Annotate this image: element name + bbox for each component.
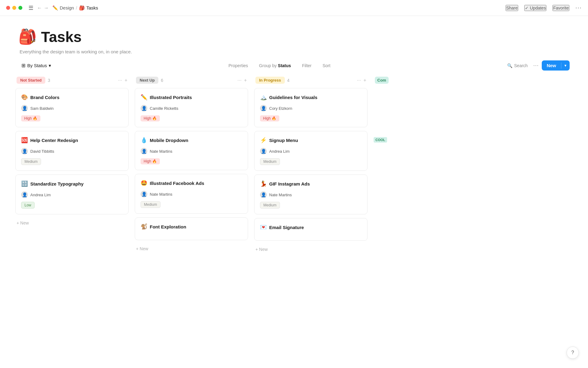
add-new-row[interactable]: + New: [135, 244, 248, 254]
search-button[interactable]: 🔍 Search: [505, 61, 530, 70]
toolbar-center: Properties Group by Status Filter Sort: [60, 61, 499, 70]
breadcrumb-tasks[interactable]: 🎒 Tasks: [79, 5, 98, 11]
task-card[interactable]: 💌 Email Signature: [254, 218, 368, 241]
column-more-button[interactable]: ···: [118, 78, 122, 83]
back-arrow-icon[interactable]: ←: [37, 5, 42, 11]
column-badge: In Progress: [255, 77, 285, 84]
more-options-icon[interactable]: ···: [575, 5, 582, 11]
card-icon: 🐒: [141, 223, 147, 230]
maximize-button[interactable]: [18, 6, 22, 10]
search-label: Search: [514, 63, 528, 68]
add-new-row[interactable]: + New: [15, 218, 129, 228]
titlebar-left: ☰ ← → ✏️ Design / 🎒 Tasks: [6, 5, 98, 11]
updates-label: Updates: [530, 6, 546, 10]
filter-button[interactable]: Filter: [300, 61, 314, 70]
card-title-text: Brand Colors: [30, 95, 59, 100]
new-button-dropdown[interactable]: ▾: [561, 61, 570, 70]
add-new-row[interactable]: + New: [254, 244, 368, 254]
updates-button[interactable]: ✓ Updates: [524, 5, 546, 11]
column-add-button[interactable]: +: [125, 78, 127, 83]
column-add-button[interactable]: +: [364, 78, 366, 83]
breadcrumb-tasks-label: Tasks: [86, 5, 98, 10]
task-card[interactable]: 🏔️ Guidelines for Visuals 👤 Cory Etzkorn…: [254, 88, 368, 127]
traffic-lights: [6, 6, 22, 10]
task-card[interactable]: 🆘 Help Center Redesign 👤 David Tibbitts …: [15, 131, 129, 171]
priority-badge: Medium: [141, 201, 160, 208]
chevron-down-icon: ▾: [49, 63, 51, 68]
group-by-prefix: Group by: [259, 63, 278, 68]
share-label: Share: [506, 6, 518, 10]
add-new-label: + New: [17, 220, 29, 225]
titlebar: ☰ ← → ✏️ Design / 🎒 Tasks Share ✓ Update…: [0, 0, 588, 16]
card-title-text: Help Center Redesign: [30, 138, 78, 143]
task-card[interactable]: 💧 Mobile Dropdown 👤 Nate Martins High 🔥: [135, 131, 248, 170]
task-card[interactable]: ✏️ Illustrated Portraits 👤 Camille Ricke…: [135, 88, 248, 127]
task-card[interactable]: 🤩 Illustrated Facebook Ads 👤 Nate Martin…: [135, 174, 248, 214]
avatar: 👤: [21, 148, 28, 155]
card-title: 🤩 Illustrated Facebook Ads: [141, 180, 242, 186]
task-card[interactable]: 🐒 Font Exploration: [135, 217, 248, 240]
priority-badge: High 🔥: [260, 115, 279, 121]
card-title-text: Signup Menu: [269, 138, 298, 143]
priority-badge: Medium: [21, 158, 41, 165]
close-button[interactable]: [6, 6, 10, 10]
card-assignee: 👤 Nate Martins: [260, 191, 362, 198]
assignee-name: Nate Martins: [150, 192, 172, 197]
share-button[interactable]: Share: [506, 5, 518, 11]
avatar: 👤: [260, 105, 267, 112]
priority-badge: Medium: [260, 158, 280, 165]
column-count: 3: [48, 78, 50, 83]
card-icon: 🎨: [21, 94, 28, 101]
column-actions: ··· +: [357, 78, 366, 83]
task-card[interactable]: 🔡 Standardize Typography 👤 Andrea Lim Lo…: [15, 174, 129, 214]
card-title-text: GIF Instagram Ads: [269, 181, 310, 186]
column-next-up: Next Up 6 ··· + ✏️ Illustrated Portraits…: [135, 77, 248, 254]
avatar: 👤: [141, 148, 147, 155]
menu-icon[interactable]: ☰: [28, 5, 33, 11]
breadcrumb-design[interactable]: ✏️ Design: [52, 5, 74, 11]
card-title-text: Email Signature: [269, 225, 304, 230]
board-icon: ⊞: [21, 63, 25, 68]
by-status-button[interactable]: ⊞ By Status ▾: [18, 61, 54, 70]
card-title-text: Illustrated Portraits: [150, 95, 192, 100]
card-icon: 💃: [260, 180, 267, 187]
column-more-button[interactable]: ···: [357, 78, 361, 83]
column-more-button[interactable]: ···: [237, 78, 241, 83]
card-title: 🆘 Help Center Redesign: [21, 137, 123, 144]
column-actions: ··· +: [237, 78, 247, 83]
column-in-progress: In Progress 4 ··· + 🏔️ Guidelines for Vi…: [254, 77, 368, 254]
avatar: 👤: [260, 191, 267, 198]
task-card[interactable]: 🎨 Brand Colors 👤 Sam Baldwin High 🔥: [15, 88, 129, 127]
check-icon: ✓: [525, 6, 529, 10]
minimize-button[interactable]: [12, 6, 16, 10]
add-new-label: + New: [136, 246, 148, 251]
task-card[interactable]: ⚡ Signup Menu 👤 Andrea Lim Medium: [254, 131, 368, 171]
pencil-icon: ✏️: [52, 5, 58, 11]
new-button[interactable]: New: [542, 60, 561, 71]
forward-arrow-icon[interactable]: →: [44, 5, 49, 11]
titlebar-right: Share ✓ Updates Favorite ···: [506, 5, 582, 11]
card-title: 🏔️ Guidelines for Visuals: [260, 94, 362, 101]
board: Not Started 3 ··· + 🎨 Brand Colors 👤 Sam…: [0, 77, 588, 254]
card-icon: 🤩: [141, 180, 147, 186]
properties-button[interactable]: Properties: [226, 61, 251, 70]
breadcrumb: ✏️ Design / 🎒 Tasks: [52, 5, 98, 11]
column-actions: ··· +: [118, 78, 127, 83]
card-title-text: Font Exploration: [150, 224, 186, 229]
card-title: ✏️ Illustrated Portraits: [141, 94, 242, 101]
avatar: 👤: [141, 191, 147, 197]
card-icon: 💌: [260, 224, 267, 231]
group-by-button[interactable]: Group by Status: [257, 61, 293, 70]
sort-button[interactable]: Sort: [320, 61, 333, 70]
card-title-text: Guidelines for Visuals: [269, 95, 317, 100]
avatar: 👤: [260, 148, 267, 155]
task-card[interactable]: 💃 GIF Instagram Ads 👤 Nate Martins Mediu…: [254, 174, 368, 214]
card-icon: 🆘: [21, 137, 28, 144]
favorite-button[interactable]: Favorite: [552, 5, 569, 11]
card-assignee: 👤 Cory Etzkorn: [260, 105, 362, 112]
new-button-group: New ▾: [542, 60, 570, 71]
column-add-button[interactable]: +: [244, 78, 247, 83]
avatar: 👤: [21, 105, 28, 112]
toolbar-more-button[interactable]: ···: [533, 62, 539, 69]
column-badge: Not Started: [17, 77, 45, 84]
